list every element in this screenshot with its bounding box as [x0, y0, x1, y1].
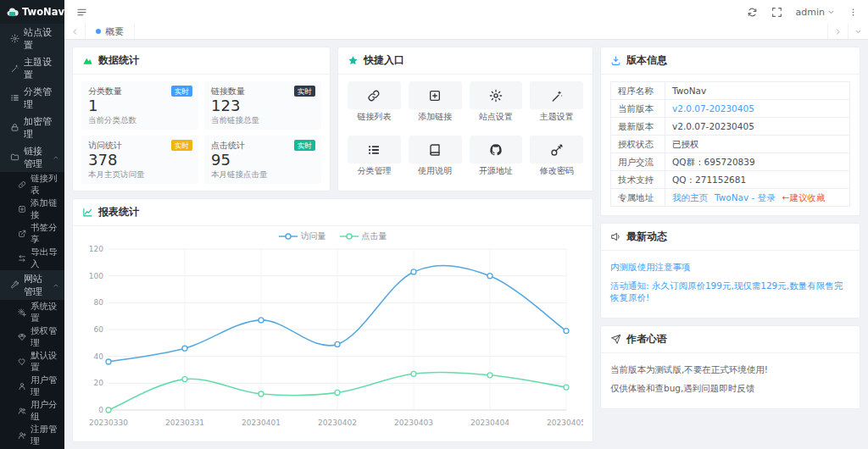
quick-entry-label: 修改密码: [530, 166, 583, 176]
version-row-label: 程序名称: [611, 82, 665, 100]
author-panel: 作者心语 当前版本为测试版,不要在正式环境使用!仅供体验和查bug,遇到问题即时…: [600, 325, 860, 409]
version-table: 程序名称TwoNav当前版本v2.0.07-20230405最新版本v2.0.0…: [610, 81, 850, 207]
stat-card: 链接数量实时123当前链接总量: [204, 81, 321, 130]
report-title: 报表统计: [98, 205, 139, 219]
svg-text:60: 60: [94, 325, 104, 334]
tab-overview[interactable]: 概要: [85, 24, 135, 39]
sidebar-item[interactable]: 分类管理: [0, 83, 64, 113]
sidebar-subitem-label: 默认设置: [31, 350, 59, 374]
sidebar-subitem[interactable]: 导出导入: [0, 246, 64, 270]
key-icon: [550, 143, 564, 157]
tabs-scroll-left-button[interactable]: [64, 24, 85, 39]
legend-item[interactable]: 点击量: [340, 230, 387, 242]
gem-icon: [18, 333, 26, 341]
sidebar-item[interactable]: 主题设置: [0, 53, 64, 83]
version-link[interactable]: 我的主页: [672, 192, 708, 202]
sidebar-subitem[interactable]: 用户分组: [0, 398, 64, 423]
gear-icon: [489, 89, 503, 103]
quick-entry-box: [409, 136, 462, 164]
share-icon: [18, 230, 26, 238]
version-row-value: 已授权: [665, 136, 850, 153]
bookmark-hint-link[interactable]: ←建议收藏: [782, 192, 826, 202]
lock-icon: [10, 123, 19, 132]
version-link[interactable]: TwoNav - 登录: [715, 192, 776, 202]
link-icon: [367, 89, 381, 103]
wrench-icon: [10, 280, 19, 290]
username: admin: [796, 7, 825, 18]
chevron-up-icon: [53, 154, 59, 161]
tabs-scroll-right-button[interactable]: [827, 24, 848, 39]
stat-badge: 实时: [294, 86, 315, 97]
legend-glyph-icon: [340, 232, 359, 241]
stats-title: 数据统计: [98, 53, 139, 68]
sidebar-subitem-label: 用户管理: [31, 374, 59, 398]
topbar: admin: [64, 0, 868, 24]
app-title: TwoNav: [22, 6, 64, 18]
report-panel: 报表统计 访问量点击量 0204060801001202023033020230…: [72, 198, 593, 442]
version-row-value: v2.0.07-20230405: [665, 100, 850, 118]
tabs-menu-button[interactable]: [848, 24, 868, 39]
quick-entry-label: 分类管理: [348, 166, 401, 176]
quick-entry-panel: 快捷入口 链接列表添加链接站点设置主题设置分类管理使用说明开源地址修改密码: [337, 47, 593, 191]
user-icon: [18, 382, 26, 391]
megaphone-icon: [610, 231, 621, 242]
refresh-icon[interactable]: [747, 7, 758, 18]
sidebar-subitem[interactable]: 授权管理: [0, 324, 64, 349]
quick-entry-key[interactable]: 修改密码: [530, 136, 583, 184]
sidebar-item[interactable]: 加密管理: [0, 113, 64, 142]
hamburger-icon[interactable]: [76, 7, 87, 18]
version-row-value: QQ群：695720839: [665, 153, 850, 171]
sidebar-subitem-label: 用户分组: [31, 399, 59, 423]
quick-entry-link[interactable]: 链接列表: [348, 81, 401, 130]
quick-entry-book[interactable]: 使用说明: [409, 136, 462, 184]
quick-entry-list[interactable]: 分类管理: [348, 136, 401, 184]
user-dropdown[interactable]: admin: [796, 7, 835, 18]
sidebar-subitem-label: 导出导入: [31, 247, 59, 270]
svg-text:40: 40: [94, 352, 104, 361]
stat-card: 访问统计实时378本月主页访问量: [81, 136, 198, 184]
fullscreen-icon[interactable]: [771, 7, 782, 18]
sidebar-subitem[interactable]: 书签分享: [0, 221, 64, 246]
left-column: 数据统计 分类数量实时1当前分类总数链接数量实时123当前链接总量访问统计实时3…: [72, 47, 593, 442]
legend-label: 访问量: [301, 230, 326, 242]
sidebar-subitem[interactable]: 默认设置: [0, 349, 64, 374]
sidebar-subitem[interactable]: 用户管理: [0, 374, 64, 398]
version-value-text: 已授权: [672, 139, 699, 149]
sidebar-item[interactable]: 网站管理: [0, 270, 64, 300]
app-logo[interactable]: TwoNav: [0, 0, 64, 24]
svg-text:20230401: 20230401: [242, 419, 281, 427]
ellipsis-icon[interactable]: [849, 8, 858, 17]
download-icon: [610, 55, 621, 66]
quick-entry-plus-square[interactable]: 添加链接: [409, 81, 462, 130]
svg-text:100: 100: [89, 272, 103, 280]
quick-entry-wand[interactable]: 主题设置: [530, 81, 583, 130]
news-link[interactable]: 内测版使用注意事项: [610, 261, 850, 273]
version-panel: 版本信息 程序名称TwoNav当前版本v2.0.07-20230405最新版本v…: [600, 47, 860, 216]
sidebar-item-label: 主题设置: [24, 56, 59, 81]
sidebar-subitem[interactable]: 添加链接: [0, 197, 64, 221]
version-row: 专属地址我的主页TwoNav - 登录←建议收藏: [611, 189, 850, 207]
version-row: 当前版本v2.0.07-20230405: [611, 100, 850, 118]
version-link[interactable]: v2.0.07-20230405: [672, 103, 754, 114]
github-icon: [489, 143, 503, 157]
legend-label: 点击量: [362, 230, 387, 242]
heart-icon: [18, 358, 26, 366]
quick-entry-gear[interactable]: 站点设置: [470, 81, 523, 130]
author-line: 仅供体验和查bug,遇到问题即时反馈: [610, 382, 850, 394]
quick-entry-github[interactable]: 开源地址: [470, 136, 523, 184]
quick-entry-label: 开源地址: [470, 166, 523, 176]
news-link[interactable]: 活动通知: 永久订阅原价199元,现仅需129元,数量有限售完恢复原价!: [610, 280, 850, 303]
sidebar-item[interactable]: 站点设置: [0, 24, 64, 53]
sidebar-subitem[interactable]: 注册管理: [0, 423, 64, 447]
stat-badge: 实时: [171, 86, 192, 97]
quick-entry-box: [348, 81, 401, 109]
version-title: 版本信息: [626, 53, 667, 68]
sidebar-subitem[interactable]: 系统设置: [0, 300, 64, 324]
version-row-value: QQ：271152681: [665, 171, 850, 189]
sidebar-subitem[interactable]: 链接列表: [0, 172, 64, 197]
legend-item[interactable]: 访问量: [279, 230, 326, 242]
version-row: 授权状态已授权: [611, 136, 850, 153]
quick-entry-label: 主题设置: [530, 112, 583, 122]
sidebar-item[interactable]: 链接管理: [0, 142, 64, 172]
version-row-value: v2.0.07-20230405: [665, 118, 850, 136]
